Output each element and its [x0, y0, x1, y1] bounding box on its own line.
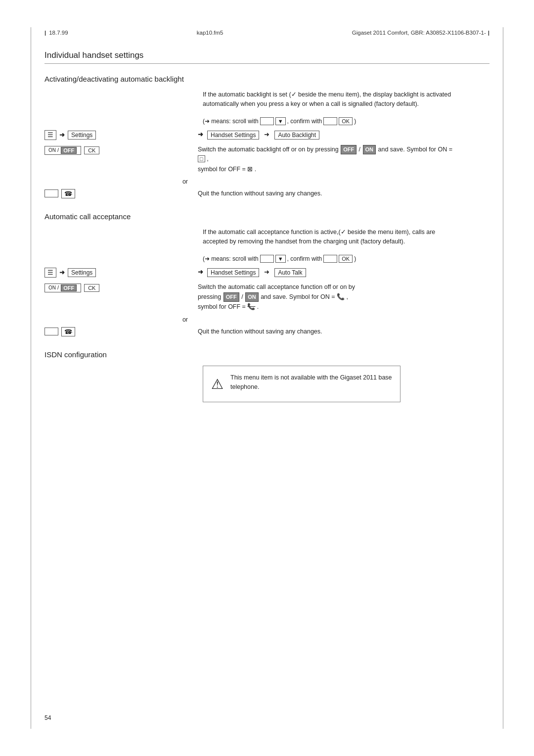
- off-btn: OFF: [341, 145, 356, 154]
- auto-call-action-row: ON / OFF CK Switch the automatic call ac…: [44, 283, 490, 312]
- or-label2: or: [44, 316, 198, 323]
- section-divider: [44, 63, 490, 64]
- backlight-nav-hint: (➜ means: scroll with ▼ , confirm with O…: [203, 117, 490, 125]
- header-pipe-left: |: [44, 30, 46, 36]
- path-arrow3: ➜: [198, 268, 203, 276]
- auto-call-menu-row: ☰ ➜ Settings ➜ Handset Settings ➜ Auto T…: [44, 268, 490, 278]
- backlight-instruction: If the automatic backlight is set (✓ bes…: [203, 90, 460, 109]
- ok-key: OK: [339, 117, 353, 125]
- quit-key-rect: [44, 189, 58, 197]
- auto-backlight-label: Auto Backlight: [274, 131, 319, 140]
- quit-handset-icon: ☎̶: [61, 189, 75, 198]
- header-filename: kap10.fm5: [197, 30, 223, 36]
- quit-handset-icon2: ☎̶: [61, 327, 75, 336]
- settings-menu-icon2: ☰: [44, 268, 56, 278]
- auto-call-path: ➜ Handset Settings ➜ Auto Talk: [198, 268, 306, 277]
- handset-settings-label2: Handset Settings: [207, 268, 259, 277]
- backlight-path: ➜ Handset Settings ➜ Auto Backlight: [198, 131, 319, 140]
- settings-label2: Settings: [68, 268, 96, 277]
- page-number: 54: [44, 714, 51, 721]
- backlight-subsection-title: Activating/deactivating automatic backli…: [44, 75, 490, 83]
- isdn-section: ISDN configuration ⚠ This menu item is n…: [44, 350, 490, 402]
- path-arrow1: ➜: [198, 131, 203, 138]
- backlight-quit-row: ☎̶ Quit the function without saving any …: [44, 189, 490, 198]
- auto-call-quit-row: ☎̶ Quit the function without saving any …: [44, 327, 490, 336]
- backlight-action-text: Switch the automatic backlight off or on…: [198, 145, 455, 174]
- on-btn: ON: [363, 145, 376, 154]
- header-date: 18.7.99: [49, 30, 68, 36]
- auto-call-or-row: or: [44, 316, 490, 323]
- quit-text2: Quit the function without saving any cha…: [198, 328, 322, 335]
- off-btn2: OFF: [223, 292, 239, 302]
- quit-text: Quit the function without saving any cha…: [198, 190, 322, 197]
- on-btn2: ON: [245, 292, 259, 302]
- handset-settings-label: Handset Settings: [207, 131, 259, 140]
- path-arrow4: ➜: [264, 268, 269, 276]
- scroll-key2: [260, 255, 274, 263]
- off-badge: OFF: [61, 147, 77, 154]
- isdn-subsection-title: ISDN configuration: [44, 350, 490, 359]
- auto-talk-label: Auto Talk: [274, 268, 306, 277]
- backlight-menu-row: ☰ ➜ Settings ➜ Handset Settings ➜ Auto B…: [44, 130, 490, 140]
- page-header: | 18.7.99 kap10.fm5 Gigaset 2011 Comfort…: [44, 30, 490, 36]
- arrow2: ➜: [59, 269, 65, 276]
- or-label: or: [44, 178, 198, 185]
- auto-call-action-text: Switch the automatic call acceptance fun…: [198, 283, 355, 312]
- nav-hint-text2: (➜ means: scroll with: [203, 255, 259, 262]
- settings-label: Settings: [68, 131, 96, 140]
- ok-key2: OK: [339, 255, 353, 263]
- confirm-key2: [323, 255, 337, 263]
- ck-key2: CK: [84, 284, 99, 292]
- auto-call-section: Automatic call acceptance If the automat…: [44, 212, 490, 336]
- isdn-info-box: ⚠ This menu item is not available with t…: [203, 366, 400, 402]
- backlight-action-row: ON / OFF CK Switch the automatic backlig…: [44, 145, 490, 174]
- isdn-warning-icon: ⚠: [211, 374, 223, 395]
- header-pipe-right: |: [488, 30, 490, 36]
- settings-menu-icon: ☰: [44, 130, 56, 140]
- on-off-key: ON / OFF: [44, 146, 81, 155]
- isdn-box-text: This menu item is not available with the…: [230, 373, 392, 392]
- scroll-key: [260, 117, 274, 125]
- off-badge2: OFF: [61, 284, 77, 291]
- arrow1: ➜: [59, 131, 65, 139]
- header-product: Gigaset 2011 Comfort, GBR: A30852-X1106-…: [352, 30, 486, 36]
- down-arrow-key: ▼: [275, 117, 286, 125]
- ck-key: CK: [84, 146, 99, 154]
- auto-call-instruction: If the automatic call acceptance functio…: [203, 228, 460, 247]
- confirm-key: [323, 117, 337, 125]
- backlight-or-row: or: [44, 178, 490, 185]
- section-title: Individual handset settings: [44, 50, 490, 60]
- down-arrow-key2: ▼: [275, 255, 286, 263]
- backlight-section: Activating/deactivating automatic backli…: [44, 75, 490, 198]
- on-off-key2: ON / OFF: [44, 284, 81, 292]
- nav-hint-text: (➜ means: scroll with: [203, 118, 259, 125]
- auto-call-subsection-title: Automatic call acceptance: [44, 212, 490, 221]
- path-arrow2: ➜: [264, 131, 269, 138]
- auto-call-nav-hint: (➜ means: scroll with ▼ , confirm with O…: [203, 255, 490, 263]
- quit-key-rect2: [44, 328, 58, 335]
